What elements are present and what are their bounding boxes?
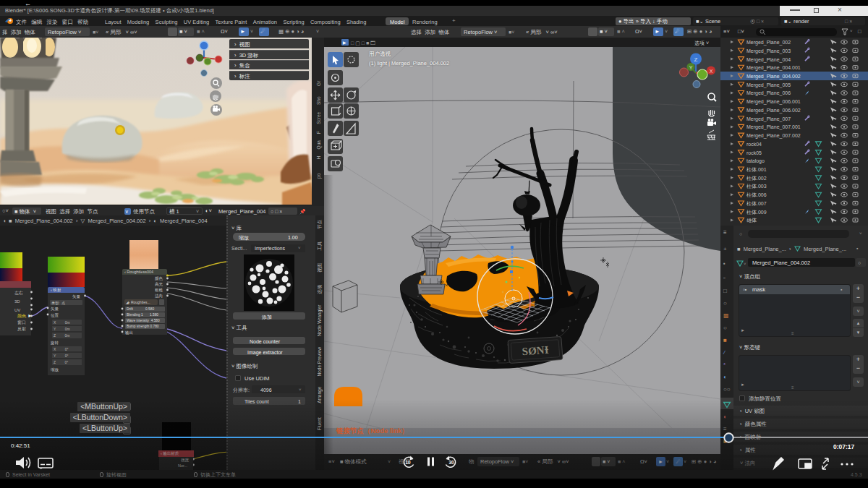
svg-text:Y: Y bbox=[689, 65, 693, 70]
svg-text:10: 10 bbox=[405, 460, 411, 465]
svg-text:SØNƗ: SØNƗ bbox=[522, 344, 549, 358]
svg-text:30: 30 bbox=[448, 460, 454, 465]
svg-text:Z: Z bbox=[694, 56, 698, 63]
svg-text:X: X bbox=[710, 69, 713, 74]
